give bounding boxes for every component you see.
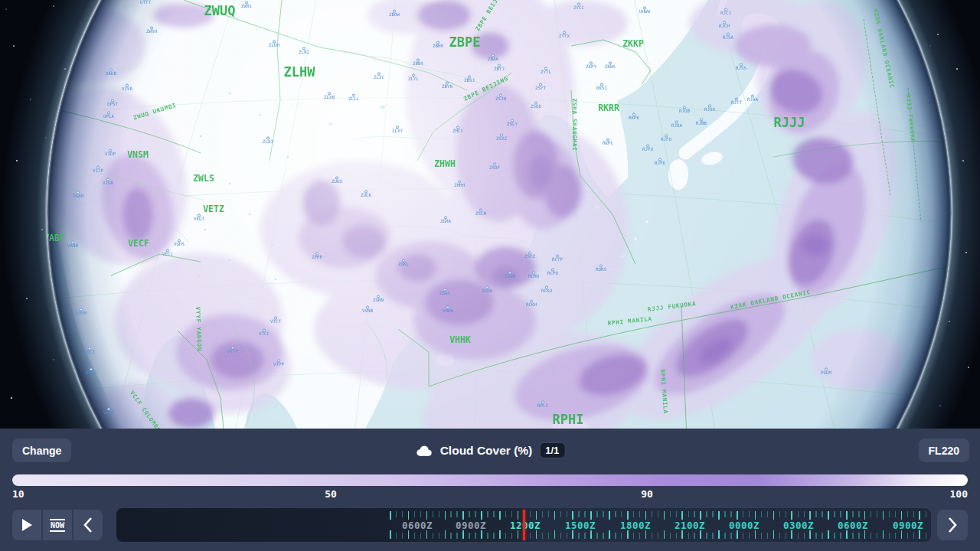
timeline-time-label[interactable]: 1200Z	[510, 520, 541, 531]
weather-toolbar: Change Cloud Cover (%) 1/1 FL220 10 50	[0, 429, 980, 551]
app-window: UTTTZW81ZYCCUHWWRJCJZBOWRJCHZWSHZYTXRJSA…	[0, 0, 980, 551]
airport-code: ZBOW	[389, 12, 400, 17]
airport-code: RJFO	[661, 137, 671, 142]
airport-code: RKPC	[603, 141, 613, 145]
cloud-icon	[415, 445, 433, 457]
airport-code: PGUM	[821, 370, 831, 375]
airport-code: ZLLL	[348, 96, 359, 101]
airport-code: ZYTL	[541, 70, 551, 74]
step-back-button[interactable]	[74, 510, 103, 540]
globe-surface: UTTTZW81ZYCCUHWWRJCJZBOWRJCHZWSHZYTXRJSA…	[0, 0, 961, 429]
timeline-time-label[interactable]: 2100Z	[675, 520, 705, 531]
airport-code: ZLXN	[324, 95, 335, 99]
now-button[interactable]: NOW	[43, 510, 72, 540]
airport-code: ZBAA	[488, 57, 498, 61]
airport-code: ZLXY	[392, 129, 403, 133]
timeline-time-label[interactable]: 0600Z	[838, 520, 868, 531]
layer-title-group: Cloud Cover (%) 1/1	[415, 439, 566, 462]
airport-code: VECC	[162, 252, 173, 256]
timeline-time-label[interactable]: 0900Z	[893, 520, 923, 531]
timeline-row: NOW 0600Z0900Z1200Z1500Z1800Z2100Z0000Z0…	[0, 508, 980, 542]
play-button[interactable]	[12, 510, 41, 540]
timeline-time-label[interactable]: 0900Z	[456, 520, 486, 531]
airport-code: RJFK	[655, 161, 665, 165]
airport-code: VEGT	[194, 217, 204, 221]
airport-code: ZGOW	[482, 289, 492, 293]
airport-code: ZSXZ	[496, 136, 507, 141]
airport-code: RORS	[596, 267, 606, 272]
fir-label: RPHI	[553, 412, 584, 427]
airport-code: RJOB	[679, 109, 690, 113]
toolbar-row: Change Cloud Cover (%) 1/1 FL220	[0, 439, 980, 463]
airport-code: ZPPP	[312, 255, 322, 259]
airport-code: ZKPY	[586, 64, 596, 69]
globe-map[interactable]: UTTTZW81ZYCCUHWWRJCJZBOWRJCHZWSHZYTXRJSA…	[0, 0, 980, 429]
now-label: NOW	[50, 519, 65, 532]
airport-code: OAKB	[106, 71, 116, 76]
airport-code: VABB	[67, 243, 78, 248]
airport-code: VTCT	[270, 319, 281, 324]
airport-code: ZL83	[263, 139, 273, 144]
airport-code: VIGR	[103, 181, 113, 185]
airport-code: ZBTJ	[494, 67, 505, 71]
coverage-scale-labels: 10 50 90 100	[12, 488, 968, 500]
airport-code: ZUUU	[332, 179, 342, 184]
fir-label: RKRR	[598, 103, 619, 113]
airport-code: RJCJ	[720, 11, 731, 15]
airport-code: RCKU	[541, 289, 552, 293]
change-layer-button[interactable]: Change	[12, 439, 71, 462]
airport-code: ZLIC	[374, 75, 384, 80]
airport-code: ZKWS	[605, 64, 616, 69]
airport-code: ZGNN	[373, 298, 384, 302]
fir-label: VETZ	[203, 204, 224, 214]
scale-label-100: 100	[950, 488, 968, 500]
airport-code: RCPO	[547, 271, 558, 276]
airport-code: VHHH	[443, 308, 453, 313]
flight-level-button[interactable]: FL220	[919, 439, 969, 462]
timeline-time-label[interactable]: 0600Z	[402, 520, 433, 531]
airport-code: RJSS	[736, 66, 746, 70]
fir-label: ZKKP	[622, 38, 644, 49]
airport-code: VIDP	[105, 152, 116, 156]
coverage-scale-gradient	[12, 474, 968, 486]
boundary-label: ZSHA SHANGHAI	[571, 98, 578, 151]
airport-code: ZW81	[241, 4, 252, 8]
timeline-time-label[interactable]: 0000Z	[729, 520, 760, 531]
airport-code: VTCC	[259, 331, 270, 336]
timeline-time-label[interactable]: 1500Z	[565, 520, 596, 531]
airport-code: ZYCC	[573, 5, 584, 10]
airport-code: ZSQD	[531, 104, 541, 109]
playback-controls: NOW	[12, 510, 103, 540]
airport-code: ZSAM	[505, 274, 515, 279]
airport-code: VOCI	[84, 350, 95, 354]
airport-code: VYYY	[227, 349, 238, 354]
airport-code: RCKH	[526, 302, 537, 307]
fir-label: ZLHW	[284, 64, 316, 80]
airport-code: ZLYL	[408, 77, 419, 81]
fir-label: ZHWH	[434, 158, 456, 169]
airport-code: RJBB	[696, 121, 707, 126]
airport-code: VISR	[122, 86, 132, 91]
airport-code: RJSA	[723, 35, 733, 40]
fir-label: VECF	[128, 238, 149, 249]
airport-code: ZGHA	[440, 219, 451, 223]
current-time-marker[interactable]	[523, 510, 525, 540]
timeline-time-label[interactable]: 1800Z	[620, 520, 651, 531]
airport-code: RJOO	[704, 107, 715, 112]
airport-code: RKSI	[596, 86, 607, 90]
fir-label: ZWLS	[193, 173, 214, 184]
airport-code: VOTV	[86, 370, 96, 375]
airport-code: ZBYN	[442, 84, 452, 89]
airport-code: ZL82	[299, 50, 309, 54]
airport-code: ZBHH	[433, 44, 443, 48]
airport-code: RCTP	[552, 257, 563, 262]
step-forward-button[interactable]	[937, 510, 968, 540]
fir-label: ZWUQ	[204, 3, 236, 18]
airport-marker: UTTT	[140, 0, 151, 5]
airport-code: RJCH	[719, 24, 730, 28]
chevron-left-icon	[83, 517, 93, 533]
time-scrubber[interactable]: 0600Z0900Z1200Z1500Z1800Z2100Z0000Z0300Z…	[116, 508, 931, 542]
timeline-time-label[interactable]: 0300Z	[783, 520, 814, 531]
airport-code: UHWW	[639, 9, 650, 14]
airport-code: ZSCN	[475, 211, 486, 216]
